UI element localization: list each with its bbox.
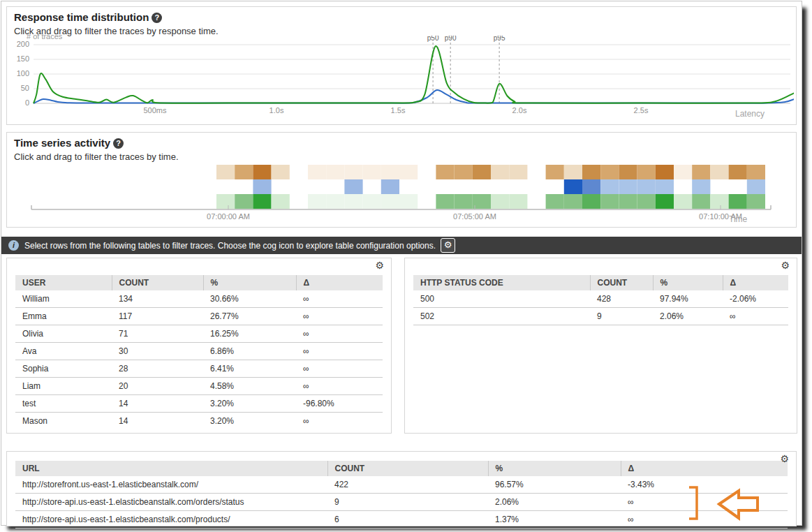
heatmap-cell[interactable] — [326, 165, 344, 179]
heatmap-cell[interactable] — [455, 165, 473, 179]
table-row[interactable]: William13430.66%∞ — [15, 290, 383, 308]
heatmap-cell[interactable] — [344, 179, 362, 194]
table-header-row: USERCOUNT%Δ — [15, 275, 383, 290]
table-row[interactable]: test143.20%-96.80% — [15, 395, 383, 413]
heatmap-cell[interactable] — [546, 194, 564, 209]
gear-icon[interactable]: ⚙ — [441, 238, 455, 253]
heatmap-cell[interactable] — [729, 165, 747, 179]
heatmap-cell[interactable] — [656, 194, 674, 209]
heatmap-cell[interactable] — [253, 179, 271, 194]
heatmap-cell[interactable] — [399, 194, 418, 209]
heatmap-cell[interactable] — [436, 165, 454, 179]
heatmap-cell[interactable] — [272, 165, 290, 179]
time-series-heatmap[interactable]: 07:00:00 AM07:05:00 AM07:10:00 AMTime — [8, 159, 794, 226]
heatmap-cell[interactable] — [326, 194, 344, 209]
table-row[interactable]: http://store-api.us-east-1.elasticbeanst… — [15, 494, 788, 511]
heatmap-cell[interactable] — [491, 194, 509, 209]
heatmap-cell[interactable] — [674, 194, 692, 209]
heatmap-cell[interactable] — [344, 165, 362, 179]
heatmap-cell[interactable] — [656, 165, 674, 179]
heatmap-cell[interactable] — [656, 179, 674, 194]
heatmap-cell[interactable] — [509, 194, 527, 209]
y-tick-label: 150 — [17, 54, 29, 63]
heatmap-cell[interactable] — [747, 165, 765, 179]
heatmap-cell[interactable] — [509, 165, 527, 179]
info-bar-text: Select rows from the following tables to… — [24, 241, 436, 251]
gear-icon[interactable]: ⚙ — [781, 260, 790, 270]
heatmap-cell[interactable] — [381, 165, 399, 179]
heatmap-cell[interactable] — [436, 194, 454, 209]
heatmap-cell[interactable] — [637, 165, 656, 179]
heatmap-cell[interactable] — [253, 165, 271, 179]
url-table-panel: ⚙ URLCOUNT%Δhttp://storefront.us-east-1.… — [6, 451, 797, 526]
table-row[interactable]: 50292.06%∞ — [413, 308, 788, 325]
heatmap-cell[interactable] — [747, 179, 765, 194]
percentile-label: p95 — [494, 36, 505, 42]
heatmap-cell[interactable] — [235, 165, 253, 179]
table-cell: -3.43% — [621, 476, 788, 494]
heatmap-cell[interactable] — [564, 194, 582, 209]
heatmap-cell[interactable] — [637, 179, 656, 194]
heatmap-cell[interactable] — [692, 165, 710, 179]
heatmap-cell[interactable] — [399, 165, 418, 179]
response-time-chart[interactable]: 050100150200500ms1.0s1.5s2.0s2.5sLatency… — [8, 36, 794, 121]
heatmap-cell[interactable] — [272, 194, 290, 209]
gear-icon[interactable]: ⚙ — [780, 454, 789, 464]
table-row[interactable]: Olivia7116.25%∞ — [15, 325, 383, 343]
table-clip: HTTP STATUS CODECOUNT%Δ50042897.94%-2.06… — [413, 275, 788, 325]
heatmap-cell[interactable] — [674, 165, 692, 179]
heatmap-cell[interactable] — [253, 194, 271, 209]
heatmap-cell[interactable] — [582, 165, 600, 179]
table-row[interactable]: http://storefront.us-east-1.elasticbeans… — [15, 476, 788, 494]
heatmap-cell[interactable] — [619, 179, 637, 194]
heatmap-cell[interactable] — [455, 194, 473, 209]
heatmap-cell[interactable] — [308, 194, 326, 209]
heatmap-cell[interactable] — [491, 165, 509, 179]
gear-icon[interactable]: ⚙ — [375, 260, 384, 270]
table-cell: ∞ — [296, 290, 383, 308]
table-cell: 1.37% — [488, 511, 621, 529]
table-clip: URLCOUNT%Δhttp://storefront.us-east-1.el… — [15, 461, 788, 529]
heatmap-cell[interactable] — [473, 165, 491, 179]
heatmap-cell[interactable] — [363, 165, 381, 179]
heatmap-cell[interactable] — [600, 165, 619, 179]
heatmap-cell[interactable] — [600, 194, 619, 209]
heatmap-cell[interactable] — [564, 179, 582, 194]
heatmap-cell[interactable] — [381, 179, 399, 194]
heatmap-cell[interactable] — [747, 194, 765, 209]
heatmap-cell[interactable] — [582, 194, 600, 209]
table-row[interactable]: Mason143.20%∞ — [15, 413, 383, 425]
heatmap-cell[interactable] — [546, 165, 564, 179]
heatmap-cell[interactable] — [363, 194, 381, 209]
heatmap-cell[interactable] — [619, 165, 637, 179]
heatmap-cell[interactable] — [692, 179, 710, 194]
heatmap-cell[interactable] — [600, 179, 619, 194]
heatmap-cell[interactable] — [473, 194, 491, 209]
table-row[interactable]: Liam204.58%∞ — [15, 378, 383, 395]
heatmap-cell[interactable] — [582, 179, 600, 194]
help-icon[interactable]: ? — [113, 138, 124, 149]
heatmap-cell[interactable] — [216, 165, 235, 179]
heatmap-cell[interactable] — [235, 194, 253, 209]
heatmap-cell[interactable] — [216, 194, 235, 209]
heatmap-cell[interactable] — [729, 194, 747, 209]
heatmap-cell[interactable] — [692, 194, 710, 209]
heatmap-cell[interactable] — [637, 194, 656, 209]
table-row[interactable]: Emma11726.77%∞ — [15, 308, 383, 325]
heatmap-cell[interactable] — [710, 194, 728, 209]
heatmap-cell[interactable] — [564, 165, 582, 179]
table-row[interactable]: 50042897.94%-2.06% — [413, 290, 788, 308]
table-cell: 6 — [327, 511, 488, 529]
table-row[interactable]: http://store-api.us-east-1.elasticbeanst… — [15, 511, 788, 529]
table-cell: William — [15, 290, 112, 308]
heatmap-cell[interactable] — [710, 165, 728, 179]
table-cell: 6.86% — [203, 343, 296, 360]
heatmap-cell[interactable] — [308, 165, 326, 179]
table-clip: USERCOUNT%ΔWilliam13430.66%∞Emma11726.77… — [15, 275, 383, 424]
help-icon[interactable]: ? — [152, 13, 162, 23]
table-row[interactable]: Ava306.86%∞ — [15, 343, 383, 360]
heatmap-cell[interactable] — [344, 194, 362, 209]
heatmap-cell[interactable] — [619, 194, 637, 209]
heatmap-cell[interactable] — [381, 194, 399, 209]
table-row[interactable]: Sophia286.41%∞ — [15, 360, 383, 378]
